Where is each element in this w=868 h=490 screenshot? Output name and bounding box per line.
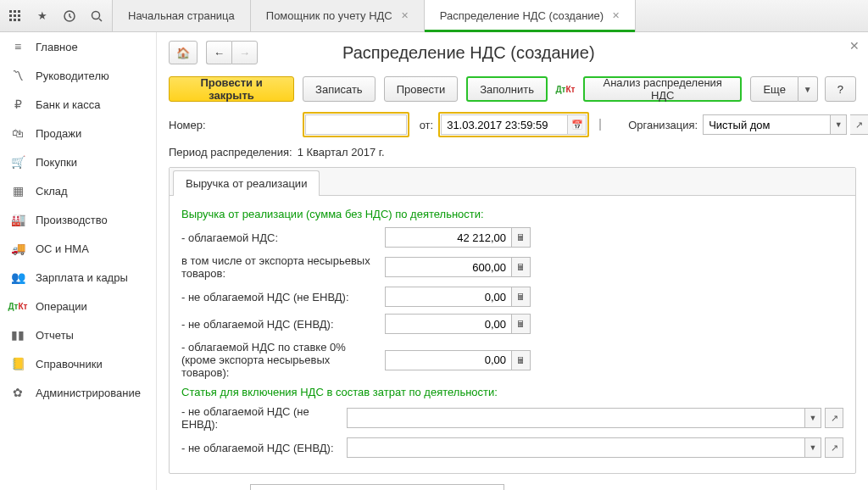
forward-button[interactable]: →	[231, 41, 258, 64]
tab-label: Распределение НДС (создание)	[440, 9, 604, 22]
gear-icon: ✿	[10, 385, 25, 400]
history-icon[interactable]	[61, 8, 78, 25]
number-input[interactable]	[305, 114, 407, 135]
sidebar-item-purchases[interactable]: 🛒Покупки	[0, 148, 156, 176]
section-revenue-header: Выручка от реализации (сумма без НДС) по…	[181, 208, 843, 220]
sidebar-item-production[interactable]: 🏭Производство	[0, 205, 156, 234]
non-vat-non-envd-label: - не облагаемой НДС (не ЕНВД):	[181, 291, 376, 303]
vat-zero-rate-label: - облагаемой НДС по ставке 0% (кроме экс…	[181, 341, 376, 379]
close-icon[interactable]: ✕	[401, 10, 409, 21]
vat-taxable-input[interactable]	[385, 227, 512, 248]
sidebar-item-manager[interactable]: 〽Руководителю	[0, 61, 156, 90]
menu-icon: ≡	[10, 39, 25, 54]
analysis-button[interactable]: Анализ распределения НДС	[583, 76, 742, 102]
sidebar: ≡Главное 〽Руководителю ₽Банк и касса 🛍Пр…	[0, 32, 157, 490]
calculator-icon[interactable]: 🖩	[512, 227, 531, 248]
svg-rect-5	[18, 14, 20, 17]
more-button[interactable]: Еще	[750, 76, 798, 102]
calculator-icon[interactable]: 🖩	[512, 350, 531, 370]
calculator-icon[interactable]: 🖩	[512, 287, 531, 307]
help-button[interactable]: ?	[825, 76, 856, 102]
back-button[interactable]: ←	[206, 41, 231, 64]
sidebar-item-payroll[interactable]: 👥Зарплата и кадры	[0, 263, 156, 292]
svg-line-11	[99, 19, 102, 21]
sidebar-item-admin[interactable]: ✿Администрирование	[0, 378, 156, 407]
post-button[interactable]: Провести	[384, 76, 459, 102]
calculator-icon[interactable]: 🖩	[512, 257, 531, 277]
calculator-icon[interactable]: 🖩	[512, 314, 531, 334]
number-label: Номер:	[169, 119, 206, 131]
search-icon[interactable]	[88, 8, 105, 25]
people-icon: 👥	[10, 270, 25, 285]
svg-rect-2	[18, 10, 20, 13]
open-ref-button[interactable]: ↗	[825, 437, 843, 458]
svg-rect-0	[9, 10, 12, 13]
close-icon[interactable]: ✕	[612, 10, 620, 21]
cost-item-envd-select[interactable]	[347, 437, 804, 458]
svg-point-10	[92, 11, 100, 19]
vat-zero-rate-input[interactable]	[385, 350, 512, 370]
non-vat-envd-label: - не облагаемой НДС (ЕНВД):	[181, 318, 376, 331]
sidebar-item-catalogs[interactable]: 📒Справочники	[0, 349, 156, 378]
chevron-down-icon[interactable]: ▼	[804, 408, 821, 428]
post-and-close-button[interactable]: Провести и закрыть	[169, 76, 294, 102]
tab-vat-helper[interactable]: Помощник по учету НДС✕	[251, 0, 425, 31]
sidebar-item-label: Руководителю	[36, 70, 109, 82]
sidebar-item-assets[interactable]: 🚚ОС и НМА	[0, 234, 156, 263]
book-icon: 📒	[10, 356, 25, 371]
svg-rect-7	[14, 19, 16, 21]
close-icon[interactable]: ✕	[849, 39, 860, 53]
star-icon[interactable]: ★	[34, 8, 51, 25]
ruble-icon: ₽	[10, 97, 25, 112]
sidebar-item-main[interactable]: ≡Главное	[0, 32, 156, 61]
sidebar-item-sales[interactable]: 🛍Продажи	[0, 119, 156, 148]
open-ref-button[interactable]: ↗	[825, 408, 843, 428]
svg-rect-1	[14, 10, 16, 13]
export-nonraw-input[interactable]	[385, 257, 512, 277]
date-input[interactable]	[441, 114, 568, 135]
vat-taxable-label: - облагаемой НДС:	[181, 231, 376, 244]
sidebar-item-label: Покупки	[36, 156, 77, 169]
svg-rect-6	[9, 19, 12, 21]
status-indicator	[599, 119, 601, 131]
non-vat-envd-input[interactable]	[385, 314, 512, 334]
apps-icon[interactable]	[7, 8, 24, 25]
org-input[interactable]	[703, 114, 830, 135]
show-entries-button[interactable]: ДтКт	[556, 80, 575, 98]
tabs-bar: Начальная страница Помощник по учету НДС…	[112, 0, 868, 31]
sidebar-item-warehouse[interactable]: ▦Склад	[0, 176, 156, 205]
sidebar-item-label: Главное	[36, 41, 78, 53]
svg-rect-3	[9, 14, 12, 17]
chevron-down-icon[interactable]: ▼	[804, 437, 821, 458]
sidebar-item-label: Справочники	[36, 358, 103, 370]
truck-icon: 🚚	[10, 241, 25, 256]
non-vat-non-envd-input[interactable]	[385, 287, 512, 307]
tab-label: Начальная страница	[128, 9, 235, 22]
org-open-button[interactable]: ↗	[850, 114, 868, 135]
svg-rect-8	[18, 19, 20, 21]
sidebar-item-label: Операции	[36, 300, 87, 313]
page-title: Распределение НДС (создание)	[342, 43, 595, 63]
cart-icon: 🛒	[10, 154, 25, 170]
calendar-icon[interactable]: 📅	[568, 114, 587, 135]
tab-vat-distribution[interactable]: Распределение НДС (создание)✕	[425, 0, 636, 31]
tab-home[interactable]: Начальная страница	[112, 0, 251, 31]
sidebar-item-label: Склад	[36, 185, 68, 198]
home-button[interactable]: 🏠	[169, 41, 198, 64]
fill-button[interactable]: Заполнить	[466, 76, 548, 102]
sidebar-item-reports[interactable]: ▮▮Отчеты	[0, 320, 156, 349]
sidebar-item-label: Банк и касса	[36, 98, 101, 111]
bars-icon: ▮▮	[10, 327, 25, 342]
dtkt-icon: ДтКт	[10, 298, 25, 314]
bag-icon: 🛍	[10, 125, 25, 141]
tab-revenue[interactable]: Выручка от реализации	[173, 170, 320, 196]
save-button[interactable]: Записать	[303, 76, 376, 102]
sidebar-item-operations[interactable]: ДтКтОперации	[0, 292, 156, 320]
cost-item-non-envd-select[interactable]	[347, 408, 804, 428]
org-dropdown[interactable]: ▼	[830, 114, 847, 135]
more-dropdown[interactable]: ▼	[798, 76, 818, 102]
export-nonraw-label: в том числе от экспорта несырьевых товар…	[181, 254, 376, 280]
sidebar-item-bank[interactable]: ₽Банк и касса	[0, 90, 156, 119]
svg-rect-4	[14, 14, 16, 17]
comment-input[interactable]	[250, 484, 504, 490]
